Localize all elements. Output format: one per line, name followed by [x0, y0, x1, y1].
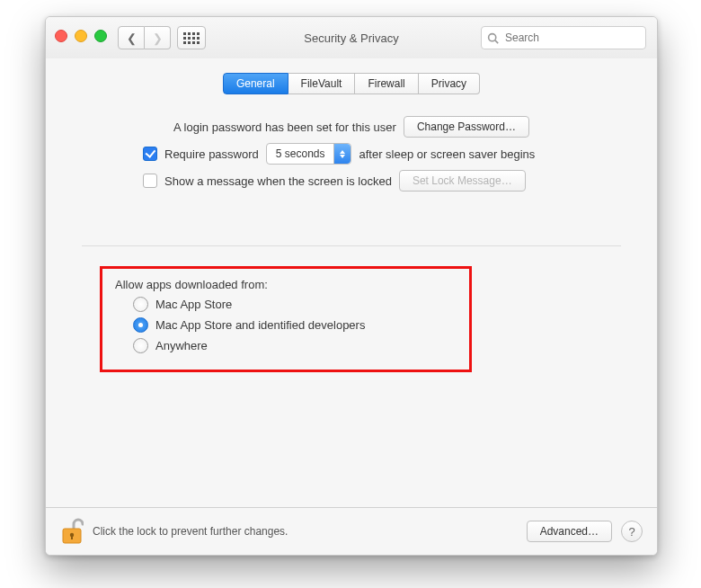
- set-lock-message-button: Set Lock Message…: [399, 170, 526, 192]
- content-area: General FileVault Firewall Privacy A log…: [46, 58, 657, 508]
- require-password-row: Require password 5 seconds after sleep o…: [143, 143, 621, 165]
- lock-area[interactable]: Click the lock to prevent further change…: [60, 518, 288, 545]
- gatekeeper-option-anywhere[interactable]: Anywhere: [133, 338, 457, 353]
- titlebar: ❮ ❯ Security & Privacy: [46, 17, 657, 59]
- after-sleep-text: after sleep or screen saver begins: [359, 147, 535, 161]
- gatekeeper-option-identified[interactable]: Mac App Store and identified developers: [133, 317, 457, 333]
- tab-general[interactable]: General: [223, 73, 288, 94]
- radio-icon: [133, 338, 148, 353]
- radio-label: Anywhere: [155, 339, 208, 352]
- tab-bar: General FileVault Firewall Privacy: [46, 73, 657, 94]
- require-password-label: Require password: [164, 147, 259, 161]
- radio-label: Mac App Store: [155, 298, 232, 311]
- gatekeeper-header: Allow apps downloaded from:: [115, 278, 457, 291]
- tab-label: FileVault: [301, 77, 342, 90]
- tab-filevault[interactable]: FileVault: [288, 73, 356, 94]
- show-message-label: Show a message when the screen is locked: [164, 174, 392, 188]
- advanced-button[interactable]: Advanced…: [527, 521, 612, 542]
- show-message-checkbox[interactable]: [143, 174, 157, 188]
- tab-firewall[interactable]: Firewall: [355, 73, 418, 94]
- search-field[interactable]: [481, 26, 646, 49]
- search-input[interactable]: [503, 31, 640, 45]
- footer: Click the lock to prevent further change…: [46, 508, 657, 555]
- delay-value: 5 seconds: [276, 147, 325, 160]
- tab-label: General: [236, 77, 275, 90]
- radio-icon: [133, 317, 148, 333]
- search-icon: [487, 32, 499, 44]
- general-section: A login password has been set for this u…: [46, 94, 657, 372]
- help-icon: ?: [628, 525, 634, 539]
- gatekeeper-section: Allow apps downloaded from: Mac App Stor…: [100, 266, 472, 372]
- gatekeeper-option-appstore[interactable]: Mac App Store: [133, 297, 457, 312]
- login-password-text: A login password has been set for this u…: [173, 120, 396, 134]
- show-message-row: Show a message when the screen is locked…: [143, 170, 621, 192]
- radio-label: Mac App Store and identified developers: [155, 318, 365, 332]
- delay-select[interactable]: 5 seconds: [266, 143, 352, 165]
- svg-line-1: [495, 40, 498, 42]
- tab-label: Privacy: [431, 77, 466, 90]
- require-password-checkbox[interactable]: [143, 147, 157, 161]
- svg-rect-4: [71, 535, 73, 539]
- svg-point-0: [489, 33, 496, 40]
- help-button[interactable]: ?: [621, 521, 643, 542]
- preferences-window: ❮ ❯ Security & Privacy General FileVault: [45, 16, 658, 556]
- tab-label: Firewall: [368, 77, 404, 90]
- change-password-button[interactable]: Change Password…: [404, 116, 529, 138]
- lock-text: Click the lock to prevent further change…: [93, 525, 288, 538]
- lock-icon: [60, 518, 84, 545]
- stepper-icon: [333, 144, 350, 164]
- divider: [82, 245, 621, 246]
- radio-icon: [133, 297, 148, 312]
- login-password-row: A login password has been set for this u…: [82, 116, 621, 138]
- tab-privacy[interactable]: Privacy: [419, 73, 480, 94]
